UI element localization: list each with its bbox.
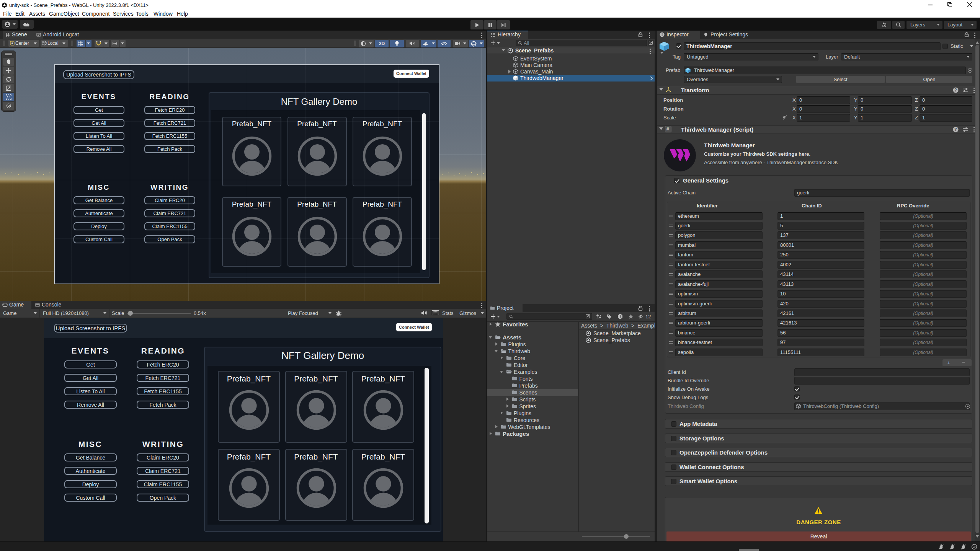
svg-text:?: ? bbox=[954, 127, 957, 132]
svg-text:Y: Y bbox=[81, 44, 83, 46]
svg-text:?: ? bbox=[954, 88, 957, 92]
